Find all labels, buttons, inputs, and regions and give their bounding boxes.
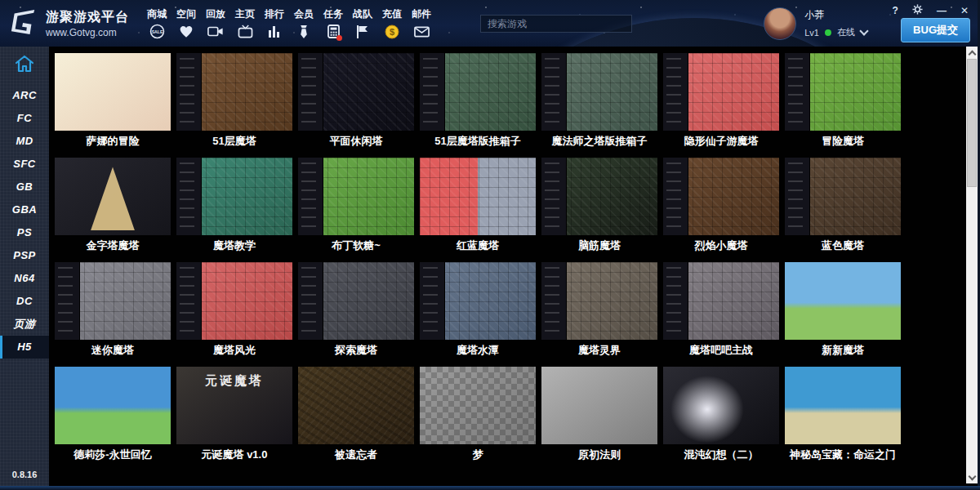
game-card[interactable]: 红蓝魔塔 [420, 158, 536, 256]
game-card[interactable]: 德莉莎-永世回忆 [55, 367, 171, 466]
game-title: 魔塔水潭 [420, 340, 536, 361]
sidebar-item-n64[interactable]: N64 [0, 267, 49, 290]
game-thumbnail [55, 158, 171, 235]
sidebar-item-md[interactable]: MD [0, 130, 49, 153]
game-thumbnail [55, 262, 171, 340]
sidebar-item-ps[interactable]: PS [0, 221, 49, 244]
game-card[interactable]: 布丁软糖~ [298, 158, 414, 256]
game-card[interactable]: 金字塔魔塔 [55, 158, 171, 256]
calculator-icon [327, 24, 340, 40]
scrollbar[interactable] [966, 47, 978, 483]
scroll-up-button[interactable] [966, 47, 978, 59]
sidebar-item-gb[interactable]: GB [0, 176, 49, 198]
notification-dot [336, 35, 342, 41]
game-card[interactable]: 新新魔塔 [785, 262, 901, 361]
online-status-dot [825, 29, 831, 36]
game-card[interactable]: 冒险魔塔 [785, 53, 901, 152]
game-thumbnail [55, 53, 171, 131]
game-thumbnail [541, 367, 657, 444]
game-card[interactable]: 魔塔教学 [176, 158, 292, 256]
scroll-down-button[interactable] [966, 471, 978, 483]
game-card[interactable]: 51层魔塔 [176, 53, 292, 152]
game-card[interactable]: 被遗忘者 [298, 367, 414, 466]
sidebar-item-psp[interactable]: PSP [0, 244, 49, 267]
sidebar-item-页游[interactable]: 页游 [0, 313, 49, 336]
game-title: 冒险魔塔 [785, 131, 901, 152]
envelope-icon [414, 24, 430, 40]
nav-item-recharge[interactable]: 充值$ [377, 7, 407, 40]
game-card[interactable]: 魔塔水潭 [420, 262, 536, 361]
game-card[interactable]: 梦 [420, 367, 536, 466]
game-grid: 萨娜的冒险51层魔塔平面休闲塔51层魔塔版推箱子魔法师之塔版推箱子隐形仙子游魔塔… [55, 53, 901, 466]
game-thumbnail [420, 262, 536, 340]
game-card[interactable]: 烈焰小魔塔 [663, 158, 779, 256]
coin-icon: $ [385, 24, 399, 40]
scrollbar-thumb[interactable] [967, 59, 977, 187]
game-card[interactable]: 魔塔吧吧主战 [663, 262, 779, 361]
settings-gear-icon[interactable] [912, 4, 923, 17]
nav-label: 回放 [206, 7, 225, 21]
nav-label: 充值 [382, 7, 402, 21]
sidebar-item-arc[interactable]: ARC [0, 84, 49, 107]
nav-item-mail[interactable]: 邮件 [407, 7, 436, 40]
chevron-down-icon [968, 472, 976, 480]
game-title: 混沌幻想（二） [663, 444, 779, 466]
game-card[interactable]: 蓝色魔塔 [785, 158, 901, 256]
close-button[interactable]: ✕ [960, 5, 969, 16]
sidebar-item-h5[interactable]: H5 [0, 336, 49, 359]
user-status: 在线 [837, 26, 855, 38]
sidebar-item-gba[interactable]: GBA [0, 198, 49, 221]
sidebar-item-sfc[interactable]: SFC [0, 153, 49, 176]
game-card[interactable]: 魔塔风光 [176, 262, 292, 361]
sidebar-home-button[interactable] [0, 47, 49, 84]
nav-item-replay[interactable]: 回放 [201, 7, 230, 40]
game-card[interactable]: 魔塔灵界 [541, 262, 657, 361]
game-card[interactable]: 原初法则 [541, 367, 657, 466]
app-title: 游聚游戏平台 [46, 9, 129, 26]
game-card[interactable]: 混沌幻想（二） [663, 367, 779, 466]
nav-item-ranking[interactable]: 排行 [260, 7, 289, 40]
game-title: 被遗忘者 [298, 444, 414, 466]
help-button[interactable]: ? [893, 5, 898, 16]
game-card[interactable]: 神秘岛宝藏：命运之门 [785, 367, 901, 466]
game-title: 魔塔教学 [176, 235, 292, 256]
game-title: 梦 [420, 444, 536, 466]
nav-label: 邮件 [412, 7, 431, 21]
nav-item-team[interactable]: 战队 [348, 7, 377, 40]
game-card[interactable]: 探索魔塔 [298, 262, 414, 361]
game-card[interactable]: 元诞魔塔元诞魔塔 v1.0 [176, 367, 292, 466]
game-card[interactable]: 脑筋魔塔 [541, 158, 657, 256]
nav-label: 会员 [294, 7, 314, 21]
game-card[interactable]: 萨娜的冒险 [55, 53, 171, 152]
nav-label: 战队 [353, 7, 372, 21]
chevron-up-icon [968, 50, 976, 58]
minimize-button[interactable]: — [937, 5, 947, 16]
nav-item-tasks[interactable]: 任务 [318, 7, 348, 40]
game-thumbnail [785, 262, 901, 340]
game-title: 迷你魔塔 [55, 340, 171, 361]
game-card[interactable]: 51层魔塔版推箱子 [420, 53, 536, 152]
sidebar-item-fc[interactable]: FC [0, 107, 49, 130]
search-input[interactable] [480, 15, 632, 33]
game-thumbnail [298, 262, 414, 340]
game-title: 布丁软糖~ [298, 235, 414, 256]
game-thumbnail [541, 158, 657, 235]
nav-item-member[interactable]: 会员 [289, 7, 318, 40]
game-card[interactable]: 平面休闲塔 [298, 53, 414, 152]
nav-item-space[interactable]: 空间 [172, 7, 201, 40]
nav-item-homepage[interactable]: 主页 [230, 7, 260, 40]
game-title: 隐形仙子游魔塔 [663, 131, 779, 152]
game-title: 脑筋魔塔 [541, 235, 657, 256]
game-thumbnail [785, 158, 901, 235]
game-card[interactable]: 迷你魔塔 [55, 262, 171, 361]
game-thumbnail [420, 158, 536, 235]
game-card[interactable]: 隐形仙子游魔塔 [663, 53, 779, 152]
game-card[interactable]: 魔法师之塔版推箱子 [541, 53, 657, 152]
sidebar-item-dc[interactable]: DC [0, 290, 49, 313]
chevron-down-icon[interactable] [859, 26, 868, 35]
avatar[interactable] [764, 7, 796, 40]
nav-item-shop[interactable]: 商城SALE [142, 7, 172, 40]
game-title: 红蓝魔塔 [420, 235, 536, 256]
bug-submit-button[interactable]: BUG提交 [901, 18, 970, 42]
game-thumbnail [420, 367, 536, 444]
